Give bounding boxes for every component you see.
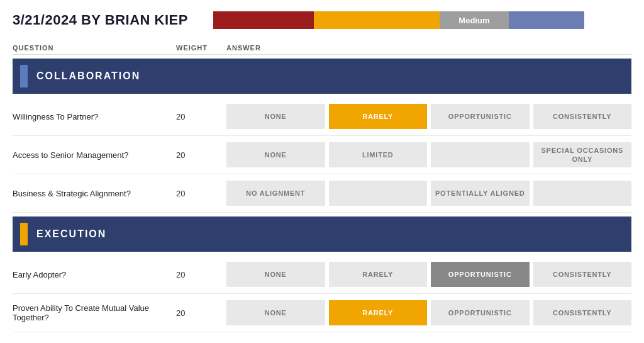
progress-blue [509, 11, 584, 29]
answer-option[interactable] [533, 181, 632, 206]
progress-orange [314, 11, 440, 29]
question-text: Early Adopter? [13, 270, 176, 279]
medium-label: Medium [440, 11, 509, 29]
question-weight: 20 [176, 270, 226, 279]
col-question-header: QUESTION [13, 44, 176, 52]
question-answers: NONERARELYOPPORTUNISTICCONSISTENTLY [226, 300, 631, 325]
answer-option[interactable]: CONSISTENTLY [533, 262, 632, 287]
sections-container: COLLABORATIONWillingness To Partner?20NO… [13, 59, 631, 332]
answer-option[interactable]: OPPORTUNISTIC [431, 262, 530, 287]
answer-option[interactable]: NONE [226, 104, 325, 129]
answer-option[interactable] [431, 142, 530, 167]
question-answers: NONERARELYOPPORTUNISTICCONSISTENTLY [226, 262, 631, 287]
answer-option[interactable] [329, 181, 428, 206]
question-answers: NONERARELYOPPORTUNISTICCONSISTENTLY [226, 104, 631, 129]
header: 3/21/2024 BY BRIAN KIEP Medium [13, 11, 631, 29]
answer-option[interactable]: RARELY [329, 300, 428, 325]
section-title-execution: EXECUTION [36, 228, 106, 240]
answer-option[interactable]: POTENTIALLY ALIGNED [431, 181, 530, 206]
page: 3/21/2024 BY BRIAN KIEP Medium QUESTION … [0, 0, 644, 343]
answer-option[interactable]: RARELY [329, 104, 428, 129]
section-header-collaboration: COLLABORATION [13, 59, 631, 94]
answer-option[interactable]: CONSISTENTLY [533, 300, 632, 325]
answer-option[interactable]: SPECIAL OCCASIONS ONLY [533, 142, 632, 167]
question-weight: 20 [176, 308, 226, 318]
answer-option[interactable]: LIMITED [329, 142, 428, 167]
question-text: Access to Senior Management? [13, 150, 176, 160]
page-title: 3/21/2024 BY BRIAN KIEP [13, 12, 188, 28]
answer-option[interactable]: CONSISTENTLY [533, 104, 632, 129]
section-title-collaboration: COLLABORATION [36, 70, 140, 82]
answer-option[interactable]: NONE [226, 262, 325, 287]
progress-red [213, 11, 314, 29]
answer-option[interactable]: OPPORTUNISTIC [431, 300, 530, 325]
section-header-execution: EXECUTION [13, 216, 631, 252]
question-row: Business & Strategic Alignment?20NO ALIG… [13, 174, 631, 213]
section-accent-execution [20, 223, 28, 245]
question-answers: NONELIMITEDSPECIAL OCCASIONS ONLY [226, 142, 631, 167]
question-weight: 20 [176, 189, 226, 198]
progress-bar: Medium [213, 11, 631, 29]
question-weight: 20 [176, 150, 226, 160]
section-accent-collaboration [20, 65, 28, 87]
question-text: Business & Strategic Alignment? [13, 189, 176, 198]
question-answers: NO ALIGNMENTPOTENTIALLY ALIGNED [226, 181, 631, 206]
question-row: Access to Senior Management?20NONELIMITE… [13, 136, 631, 174]
answer-option[interactable]: NO ALIGNMENT [226, 181, 325, 206]
question-row: Willingness To Partner?20NONERARELYOPPOR… [13, 98, 631, 136]
answer-option[interactable]: NONE [226, 300, 325, 325]
answer-option[interactable]: RARELY [329, 262, 428, 287]
answer-option[interactable]: OPPORTUNISTIC [431, 104, 530, 129]
section-execution: EXECUTIONEarly Adopter?20NONERARELYOPPOR… [13, 216, 631, 332]
question-text: Willingness To Partner? [13, 112, 176, 121]
question-weight: 20 [176, 112, 226, 121]
column-headers: QUESTION WEIGHT ANSWER [13, 40, 631, 55]
col-answer-header: ANSWER [226, 44, 631, 52]
question-text: Proven Ability To Create Mutual Value To… [13, 303, 176, 322]
answer-option[interactable]: NONE [226, 142, 325, 167]
question-row: Proven Ability To Create Mutual Value To… [13, 294, 631, 332]
section-collaboration: COLLABORATIONWillingness To Partner?20NO… [13, 59, 631, 213]
col-weight-header: WEIGHT [176, 44, 226, 52]
question-row: Early Adopter?20NONERARELYOPPORTUNISTICC… [13, 256, 631, 294]
